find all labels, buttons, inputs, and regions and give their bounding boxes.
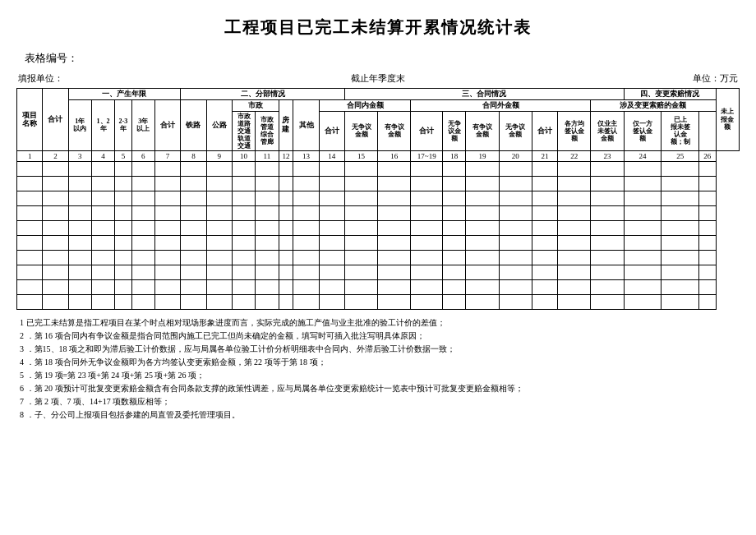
form-number: 表格编号：: [16, 51, 740, 66]
col-header-unreported: 未上报金额: [716, 89, 740, 151]
table-row: [17, 236, 740, 251]
col-num-18: 18: [443, 150, 466, 162]
col-num-5: 5: [115, 150, 131, 162]
col-num-7: 7: [154, 150, 180, 162]
note-6: 6 ．第 20 项预计可批复变更索赔金额含有合同条款支撑的政策性调差，应与局属各…: [20, 382, 736, 395]
col-num-16: 16: [378, 150, 411, 162]
col-num-22: 22: [558, 150, 591, 162]
col-num-19: 19: [466, 150, 499, 162]
note-8: 8 ．子、分公司上报项目包括参建的局直管及委托管理项目。: [20, 408, 736, 422]
table-row: [17, 191, 740, 206]
col-num-20: 20: [499, 150, 532, 162]
col-header-other: 其他: [293, 99, 319, 150]
col-header-contract-internal-total: 合计: [319, 111, 344, 150]
note-1: 1 已完工未结算是指工程项目在某个时点相对现场形象进度而言，实际完成的施工产值与…: [20, 316, 736, 330]
col-header-building: 房建: [279, 99, 293, 150]
unit-label: 单位：万元: [498, 72, 738, 85]
col-num-25: 25: [662, 150, 699, 162]
col-num-2: 2: [43, 150, 68, 162]
col-num-1: 1: [17, 150, 43, 162]
col-header-1yr: 1年以内: [68, 99, 91, 150]
note-4: 4 ．第 18 项合同外无争议金额即为各方均签认变更索赔金额，第 22 项等于第…: [20, 356, 736, 369]
col-header-ext-no-dispute2: 无争议金额: [499, 111, 532, 150]
note-3: 3 ．第15、18 项之和即为滞后验工计价数据，应与局属各单位验工计价分析明细表…: [20, 343, 736, 356]
col-num-17-19: 17~19: [411, 150, 443, 162]
col-num-8: 8: [181, 150, 206, 162]
col-group-contract-internal: 合同内金额: [319, 99, 411, 111]
col-group-sector: 二、分部情况: [181, 89, 345, 100]
col-num-26: 26: [699, 150, 716, 162]
table-row: [17, 162, 740, 177]
col-header-municipal-pipe: 市政管道综合管廊: [256, 111, 279, 150]
main-table: 项目名称 合计 一、产生年限 二、分部情况 三、合同情况 四、变更索赔情况 未上…: [16, 88, 740, 310]
col-num-24: 24: [624, 150, 662, 162]
note-5: 5 ．第 19 项=第 23 项+第 24 项+第 25 项+第 26 项；: [20, 369, 736, 382]
col-header-municipal-road: 市政道路交通轨道交通: [232, 111, 255, 150]
notes-section: 1 已完工未结算是指工程项目在某个时点相对现场形象进度而言，实际完成的施工产值与…: [16, 315, 740, 423]
fill-unit-label: 填报单位：: [18, 72, 258, 85]
col-number-row: 1 2 3 4 5 6 7 8 9 10 11 12 13 14 15 16 1…: [17, 150, 740, 162]
note-7: 7 ．第 2 项、7 项、14+17 项数额应相等；: [20, 395, 736, 408]
table-row: [17, 177, 740, 191]
col-group-municipal: 市政: [232, 99, 279, 111]
table-row: [17, 295, 740, 310]
col-header-highway: 公路: [206, 99, 232, 150]
col-header-3yrplus: 3年以上: [131, 99, 154, 150]
col-num-12: 12: [279, 150, 293, 162]
col-num-6: 6: [131, 150, 154, 162]
col-group-contract: 三、合同情况: [344, 89, 624, 100]
col-num-21: 21: [532, 150, 557, 162]
col-group-change: 四、变更索赔情况: [624, 89, 716, 100]
col-header-change-total: 合计: [532, 111, 557, 150]
col-header-reported-unsigned: 已上报未签认金额；制: [662, 111, 699, 150]
col-num-11: 11: [256, 150, 279, 162]
col-group-contract-external: 合同外金额: [411, 99, 591, 111]
col-num-13: 13: [293, 150, 319, 162]
col-header-contract-external-total: 合计: [411, 111, 443, 150]
col-header-23yr: 2-3年: [115, 99, 131, 150]
note-2: 2 ．第 16 项合同内有争议金额是指合同范围内施工已完工但尚未确定的金额，填写…: [20, 330, 736, 343]
col-num-3: 3: [68, 150, 91, 162]
main-title: 工程项目已完工未结算开累情况统计表: [16, 16, 740, 39]
table-row: [17, 280, 740, 295]
date-label: 截止年季度末: [258, 72, 498, 85]
col-header-ext-dispute: 有争议金额: [466, 111, 499, 150]
col-header-no-dispute: 无争议金额: [344, 111, 377, 150]
col-header-one-signed: 仅一方签认金额: [624, 111, 662, 150]
col-num-4: 4: [91, 150, 114, 162]
col-num-9: 9: [206, 150, 232, 162]
col-group-change-amount: 涉及变更索赔的金额: [591, 99, 716, 111]
col-group-year: 一、产生年限: [68, 89, 181, 100]
col-header-12yr: 1、2年: [91, 99, 114, 150]
col-header-railway: 铁路: [181, 99, 206, 150]
table-row: [17, 251, 740, 265]
col-num-15: 15: [344, 150, 377, 162]
col-header-sector-total: 合计: [154, 99, 180, 150]
col-num-14: 14: [319, 150, 344, 162]
col-num-23: 23: [591, 150, 624, 162]
table-row: [17, 206, 740, 221]
table-row: [17, 265, 740, 280]
col-num-10: 10: [232, 150, 255, 162]
col-header-total: 合计: [43, 89, 68, 151]
col-header-name: 项目名称: [17, 89, 43, 151]
col-header-owner-unsigned: 仅业主未签认金额: [591, 111, 624, 150]
col-header-dispute: 有争议金额: [378, 111, 411, 150]
col-header-all-signed: 各方均签认金额: [558, 111, 591, 150]
table-row: [17, 221, 740, 236]
col-header-ext-no-dispute: 无争议金额: [443, 111, 466, 150]
